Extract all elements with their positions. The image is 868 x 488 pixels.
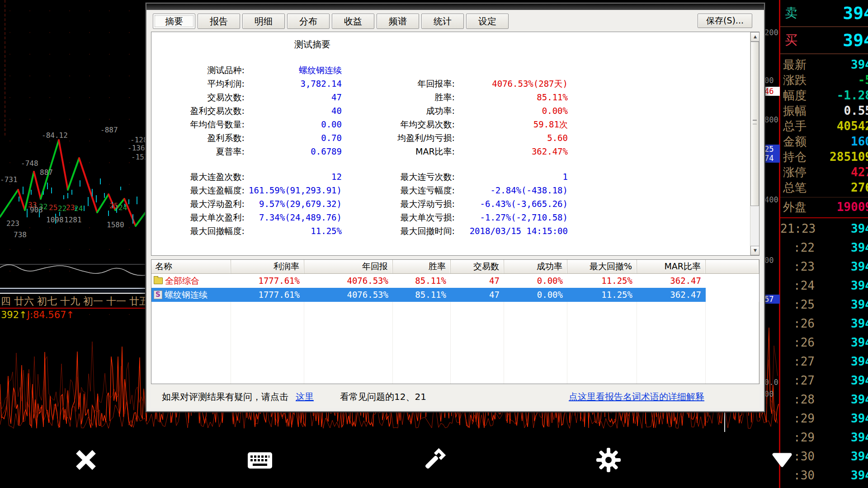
- price-chart-panel: -887-84.12-1281-1367-1523-748887-7313332…: [0, 0, 146, 321]
- quote-row-最新[interactable]: 最新394: [780, 57, 868, 72]
- footer-faq-text: 看常见问题的12、21: [340, 391, 426, 403]
- summary-value: 85.11%: [455, 90, 568, 104]
- table-cell-name: S螺纹钢连续: [151, 288, 231, 302]
- table-cell: 85.11%: [393, 274, 451, 288]
- edge-axis-label: 25: [764, 145, 780, 154]
- table-cell-empty: [231, 302, 304, 316]
- quote-value: 276: [851, 180, 868, 195]
- table-cell-empty: [567, 302, 637, 316]
- table-header-cell[interactable]: 名称: [151, 260, 231, 273]
- tab-7[interactable]: 统计: [421, 14, 464, 29]
- keyboard-icon[interactable]: [245, 446, 274, 474]
- tick-price: 394: [851, 390, 868, 409]
- tick-row: 21:23394: [780, 219, 868, 238]
- save-button[interactable]: 保存(S)...: [698, 14, 752, 28]
- quote-value: 394: [851, 57, 868, 72]
- table-cell-empty: [504, 302, 567, 316]
- quote-row-总笔[interactable]: 总笔276: [780, 180, 868, 195]
- chart-number-label: 23: [66, 203, 75, 212]
- quote-panel: 卖 394 买 394 最新394涨跌-5幅度-1.28振幅0.55总手4054…: [779, 0, 868, 488]
- summary-label: 胜率:: [342, 90, 455, 104]
- collapse-triangle-icon[interactable]: [768, 446, 797, 474]
- summary-title: 测试摘要: [168, 38, 457, 51]
- table-row[interactable]: 全部综合1777.61%4076.53%85.11%470.00%11.25%3…: [151, 274, 759, 288]
- summary-value: 362.47%: [455, 145, 568, 158]
- table-cell-empty: [567, 344, 637, 358]
- table-cell-empty: [151, 330, 231, 344]
- tab-6[interactable]: 频谱: [377, 14, 419, 29]
- tab-5[interactable]: 收益: [332, 14, 374, 29]
- quote-label: 外盘: [783, 197, 807, 216]
- table-cell-empty: [451, 358, 504, 372]
- table-header-filler: [706, 260, 759, 273]
- dialog-titlebar[interactable]: [146, 4, 764, 10]
- table-cell-empty: [151, 316, 231, 330]
- scroll-down-icon[interactable]: ▼: [750, 246, 760, 255]
- ask-row[interactable]: 卖 394: [780, 0, 868, 27]
- tick-row: :29394: [780, 409, 868, 428]
- settings-gear-icon[interactable]: [594, 446, 623, 474]
- scroll-up-icon[interactable]: ▲: [750, 32, 760, 42]
- quote-row-幅度[interactable]: 幅度-1.28: [780, 88, 868, 103]
- table-header-cell[interactable]: 利润率: [231, 260, 304, 273]
- summary-value: 3,782.14: [245, 77, 342, 90]
- table-header-cell[interactable]: MAR比率: [637, 260, 706, 273]
- quote-row-金额[interactable]: 金额160: [780, 134, 868, 149]
- table-row[interactable]: S螺纹钢连续1777.61%4076.53%85.11%470.00%11.25…: [151, 288, 759, 302]
- screen: -887-84.12-1281-1367-1523-748887-7313332…: [0, 0, 868, 488]
- quote-label: 涨停: [783, 164, 807, 180]
- summary-label: 最大浮动亏损:: [342, 197, 455, 211]
- glossary-link[interactable]: 点这里看报告名词术语的详细解释: [569, 391, 704, 403]
- tick-time: :22: [780, 238, 815, 257]
- summary-value: [455, 63, 568, 77]
- quote-row-持仓[interactable]: 持仓285109: [780, 149, 868, 164]
- chart-number-label: 1098: [46, 216, 64, 224]
- close-icon[interactable]: [71, 446, 100, 474]
- table-header-cell[interactable]: 年回报: [304, 260, 393, 273]
- tab-2[interactable]: 报告: [198, 14, 240, 29]
- tick-time: :27: [780, 371, 815, 390]
- table-cell-empty: [567, 358, 637, 372]
- quote-row-外盘[interactable]: 外盘19009: [780, 197, 868, 218]
- scrollbar-thumb[interactable]: [750, 42, 759, 206]
- table-row-empty: [151, 358, 759, 372]
- bid-row[interactable]: 买 394: [780, 27, 868, 54]
- table-cell-empty: [637, 316, 706, 330]
- bid-price: 394: [843, 27, 868, 53]
- quote-value: 19009: [837, 197, 868, 216]
- table-cell-empty: [304, 302, 393, 316]
- wrench-icon[interactable]: [420, 446, 448, 474]
- table-row-empty: [151, 316, 759, 330]
- tick-price: 394: [851, 238, 868, 257]
- tab-8[interactable]: 设定: [466, 14, 509, 29]
- table-cell-empty: [706, 316, 759, 330]
- tick-list: 21:23394:22394:23394:24394:25394:26394:2…: [780, 219, 868, 485]
- table-cell-empty: [504, 372, 567, 384]
- tab-4[interactable]: 分布: [287, 14, 330, 29]
- quote-row-总手[interactable]: 总手40542: [780, 118, 868, 134]
- table-header-cell[interactable]: 交易数: [451, 260, 504, 273]
- quote-row-涨跌[interactable]: 涨跌-5: [780, 72, 868, 88]
- summary-label: MAR比率:: [342, 145, 455, 158]
- quote-row-振幅[interactable]: 振幅0.55: [780, 103, 868, 118]
- quote-row-涨停[interactable]: 涨停427: [780, 164, 868, 180]
- summary-row: 夏普率:0.6789MAR比率:362.47%: [168, 145, 568, 158]
- summary-label: 最大连亏次数:: [342, 170, 455, 183]
- summary-value: 12: [245, 170, 342, 183]
- table-cell-empty: [706, 372, 759, 384]
- table-header-cell[interactable]: 胜率: [393, 260, 451, 273]
- table-header-cell[interactable]: 最大回撤%: [567, 260, 637, 273]
- tab-1[interactable]: 摘要: [153, 14, 195, 29]
- tab-3[interactable]: 明细: [242, 14, 285, 29]
- here-link[interactable]: 这里: [296, 391, 314, 403]
- chart-number-label: 22: [58, 204, 66, 213]
- table-cell-empty: [567, 330, 637, 344]
- tick-price: 394: [851, 371, 868, 390]
- summary-value: 9.57%(29,679.32): [245, 197, 342, 211]
- summary-scrollbar[interactable]: ▲ ▼: [750, 32, 759, 255]
- table-header-cell[interactable]: 成功率: [504, 260, 567, 273]
- edge-axis-label: 0.0: [764, 378, 780, 387]
- table-cell-empty: [151, 358, 231, 372]
- table-cell-empty: [451, 330, 504, 344]
- chart-number-label: 738: [14, 230, 27, 239]
